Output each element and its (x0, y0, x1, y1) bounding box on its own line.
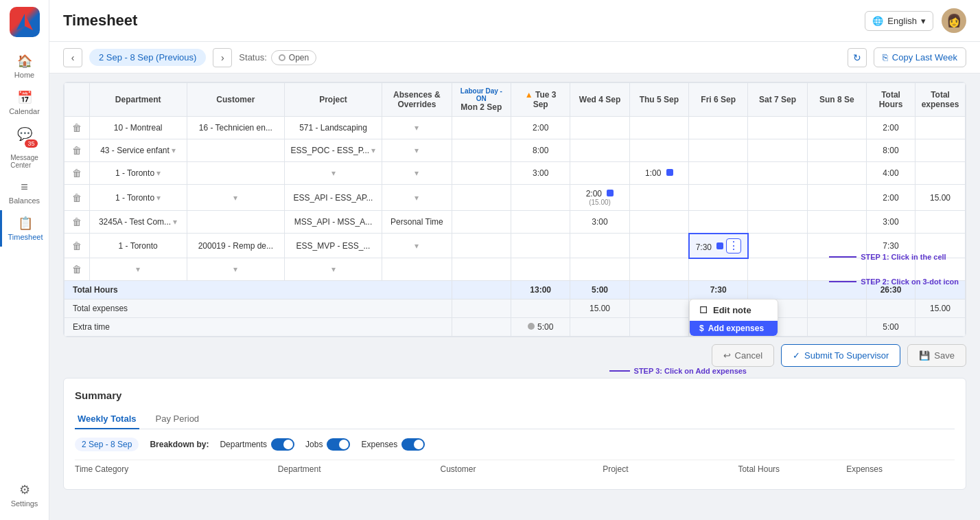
sat-cell[interactable] (748, 139, 807, 162)
wed-cell[interactable] (570, 234, 629, 258)
wed-cell[interactable]: 2:00 (15.00) (570, 185, 629, 211)
fri-cell[interactable] (689, 139, 748, 162)
mon-cell[interactable] (452, 162, 511, 185)
wed-cell[interactable]: 3:00 (570, 211, 629, 234)
tue-cell[interactable] (511, 258, 570, 281)
proj-dropdown[interactable]: ▾ (331, 264, 336, 274)
sun-cell[interactable] (807, 162, 866, 185)
sat-cell[interactable] (748, 211, 807, 234)
dept-dropdown[interactable]: ▾ (136, 264, 140, 274)
proj-dropdown[interactable]: ▾ (331, 168, 336, 178)
refresh-button[interactable]: ↻ (848, 48, 867, 67)
fri-cell-active[interactable]: 7:30 ⋮ (689, 234, 748, 258)
dept-dropdown[interactable]: ▾ (173, 217, 177, 227)
sat-cell[interactable] (748, 117, 807, 139)
fri-cell[interactable] (689, 258, 748, 281)
fri-cell[interactable] (689, 211, 748, 234)
delete-row-button[interactable]: 🗑 (71, 166, 83, 180)
sat-cell[interactable] (748, 162, 807, 185)
copy-last-week-button[interactable]: ⎘ Copy Last Week (874, 47, 966, 67)
thu-cell[interactable] (629, 211, 688, 234)
departments-toggle[interactable] (271, 438, 294, 451)
expenses-toggle[interactable] (401, 438, 425, 451)
absences-dropdown[interactable]: ▾ (415, 193, 419, 203)
mon-cell[interactable] (452, 117, 511, 139)
sun-cell[interactable] (807, 258, 866, 281)
thu-cell[interactable]: 1:00 (629, 162, 688, 185)
submit-button[interactable]: ✓ Submit To Supervisor (781, 344, 900, 367)
sidebar-item-timesheet[interactable]: 📋 Timesheet (0, 210, 49, 247)
sidebar-item-messages[interactable]: 💬 35 MessageCenter (0, 121, 49, 174)
project-cell: ▾ (284, 162, 382, 185)
wed-cell[interactable] (570, 162, 629, 185)
mon-cell[interactable] (452, 139, 511, 162)
table-row: 🗑 3245A - Test Com... ▾ MSS_API - MSS_A.… (65, 211, 966, 234)
thu-cell[interactable] (629, 258, 688, 281)
save-button[interactable]: 💾 Save (907, 344, 966, 367)
thu-cell[interactable] (629, 185, 688, 211)
sidebar-item-settings[interactable]: ⚙ Settings (0, 477, 49, 513)
sun-cell[interactable] (807, 234, 866, 258)
tab-weekly-totals[interactable]: Weekly Totals (75, 409, 139, 429)
col-mon-label: Mon 2 Sep (458, 102, 505, 112)
thu-cell[interactable] (629, 234, 688, 258)
sat-cell[interactable] (748, 234, 807, 258)
delete-row-button[interactable]: 🗑 (71, 262, 83, 276)
sat-cell[interactable] (748, 258, 807, 281)
sidebar-item-calendar[interactable]: 📅 Calendar (0, 84, 49, 121)
absences-dropdown[interactable]: ▾ (415, 241, 419, 251)
language-selector[interactable]: 🌐 English ▾ (865, 11, 933, 31)
delete-row-button[interactable]: 🗑 (71, 191, 83, 205)
fri-cell[interactable] (689, 117, 748, 139)
dept-dropdown[interactable]: ▾ (172, 146, 176, 155)
absences-dropdown[interactable]: ▾ (415, 146, 419, 155)
sidebar-item-home[interactable]: 🏠 Home (0, 48, 49, 84)
delete-row-button[interactable]: 🗑 (71, 121, 83, 135)
wed-cell[interactable] (570, 117, 629, 139)
thu-cell[interactable] (629, 117, 688, 139)
three-dot-button[interactable]: ⋮ (726, 238, 741, 253)
sun-cell[interactable] (807, 117, 866, 139)
proj-dropdown[interactable]: ▾ (371, 146, 375, 155)
cust-dropdown[interactable]: ▾ (233, 193, 237, 203)
delete-row-button[interactable]: 🗑 (71, 239, 83, 253)
mon-cell[interactable] (452, 234, 511, 258)
tue-cell[interactable] (511, 234, 570, 258)
sidebar-item-balances[interactable]: ≡ Balances (0, 174, 49, 210)
dept-dropdown[interactable]: ▾ (156, 168, 161, 178)
tab-pay-period[interactable]: Pay Period (153, 409, 202, 429)
jobs-toggle[interactable] (327, 438, 350, 451)
absences-dropdown[interactable]: ▾ (415, 168, 419, 178)
tue-cell[interactable]: 2:00 (511, 117, 570, 139)
user-avatar[interactable]: 👩 (942, 8, 966, 33)
edit-note-option[interactable]: ☐ Edit note (690, 299, 778, 321)
sun-cell[interactable] (807, 211, 866, 234)
sun-cell[interactable] (807, 139, 866, 162)
fri-cell[interactable] (689, 162, 748, 185)
absences-dropdown[interactable]: ▾ (415, 123, 419, 133)
mon-cell[interactable] (452, 185, 511, 211)
note-indicator (607, 190, 614, 196)
tue-cell[interactable] (511, 211, 570, 234)
delete-row-button[interactable]: 🗑 (71, 215, 83, 229)
prev-period-button[interactable]: ‹ (63, 48, 82, 67)
mon-cell[interactable] (452, 258, 511, 281)
tue-cell[interactable]: 8:00 (511, 139, 570, 162)
cancel-button[interactable]: ↩ Cancel (712, 344, 774, 367)
delete-row-button[interactable]: 🗑 (71, 144, 83, 157)
summary-col-department: Department (278, 464, 441, 474)
cust-dropdown[interactable]: ▾ (233, 264, 237, 274)
thu-cell[interactable] (629, 139, 688, 162)
status-badge: Open (271, 50, 316, 65)
sun-cell[interactable] (807, 185, 866, 211)
dept-dropdown[interactable]: ▾ (156, 193, 161, 203)
sat-cell[interactable] (748, 185, 807, 211)
next-period-button[interactable]: › (213, 48, 232, 67)
mon-cell[interactable] (452, 211, 511, 234)
fri-cell[interactable] (689, 185, 748, 211)
tue-cell[interactable] (511, 185, 570, 211)
add-expenses-option[interactable]: $ Add expenses (690, 321, 778, 336)
wed-cell[interactable] (570, 258, 629, 281)
tue-cell[interactable]: 3:00 (511, 162, 570, 185)
wed-cell[interactable] (570, 139, 629, 162)
